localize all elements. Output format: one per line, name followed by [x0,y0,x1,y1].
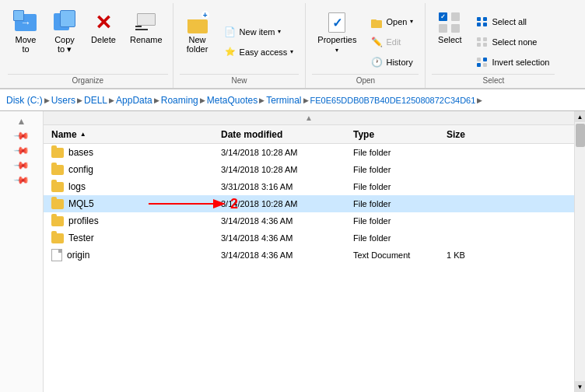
breadcrumb-disk[interactable]: Disk (C:) [6,95,43,106]
organize-group-label: Organize [8,74,168,88]
breadcrumb-sep-3: ▶ [109,96,114,104]
select-all-button[interactable]: Select all [471,12,555,31]
rename-label: Rename [130,35,163,44]
edit-icon: ✏️ [370,36,383,48]
new-folder-label: Newfolder [187,35,208,54]
history-button[interactable]: 🕐 History [365,53,419,72]
invert-selection-label: Invert selection [492,58,549,67]
breadcrumb-sep-1: ▶ [44,96,50,104]
annotation-arrow [145,197,238,211]
history-label: History [386,58,412,67]
open-label: Open [386,17,407,26]
col-name-header[interactable]: Name ▲ [44,127,215,142]
breadcrumb-roaming[interactable]: Roaming [161,95,198,106]
move-to-icon: → [13,10,38,35]
new-item-button[interactable]: 📄 New item ▾ [219,23,300,41]
breadcrumb-end-arrow: ▶ [477,96,482,104]
scroll-down-btn[interactable]: ▼ [575,381,586,392]
vertical-scrollbar[interactable]: ▲ ▼ [574,111,585,392]
edit-label: Edit [386,37,401,47]
table-row[interactable]: profiles 3/14/2018 4:36 AM File folder [44,212,574,229]
breadcrumb-dell[interactable]: DELL [84,95,107,106]
delete-label: Delete [91,35,116,44]
move-to-label: Move to [16,35,37,54]
select-button[interactable]: ✓ Select [432,6,468,48]
breadcrumb-hash[interactable]: FE0E65DDB0B7B40DE125080872C34D61 [310,96,476,105]
new-item-label: New item [240,27,275,37]
rename-icon [134,10,159,35]
easy-access-label: Easy access [240,47,288,57]
easy-access-dropdown: ▾ [290,48,293,55]
select-label: Select [438,35,462,44]
breadcrumb-metaquotes[interactable]: MetaQuotes [207,95,257,106]
easy-access-icon: ⭐ [224,46,236,58]
table-row-selected[interactable]: MQL5 2 3/14/2018 10:28 AM File folder [44,195,574,212]
invert-selection-button[interactable]: Invert selection [471,53,555,72]
folder-icon [51,199,64,209]
edit-button[interactable]: ✏️ Edit [365,33,419,51]
properties-label: Properties▾ [317,35,356,54]
table-row[interactable]: logs 3/31/2018 3:16 AM File folder [44,178,574,195]
ribbon-group-open: ✓ Properties▾ Open ▾ ✏️ Edit [306,3,426,88]
breadcrumb-sep-4: ▶ [154,96,159,104]
new-item-icon: 📄 [224,26,236,38]
copy-to-icon [52,10,77,35]
breadcrumb-sep-6: ▶ [259,96,264,104]
file-area-wrapper: ▲ Name ▲ Date modified Type Size bases 3… [44,111,574,392]
breadcrumb-appdata[interactable]: AppData [116,95,152,106]
history-icon: 🕐 [370,56,383,68]
col-date-header[interactable]: Date modified [215,127,347,142]
breadcrumb-sep-7: ▶ [303,96,309,104]
table-row[interactable]: origin 3/14/2018 4:36 AM Text Document 1… [44,247,574,264]
folder-icon [51,182,64,192]
breadcrumb-terminal[interactable]: Terminal [266,95,301,106]
ribbon-group-new: + Newfolder 📄 New item ▾ ⭐ Easy access ▾… [173,3,307,88]
rename-button[interactable]: Rename [124,6,168,48]
ribbon-group-select: ✓ Select [426,3,561,88]
open-button[interactable]: Open ▾ [365,12,419,31]
table-row[interactable]: Tester 3/14/2018 4:36 AM File folder [44,229,574,247]
breadcrumb-sep-5: ▶ [200,96,205,104]
move-to-button[interactable]: → Move to [8,6,44,58]
open-icon [370,16,383,28]
select-none-icon [476,36,489,48]
select-all-icon [476,16,489,28]
copy-to-label: Copy to ▾ [54,35,75,54]
sort-indicator: ▲ [44,111,574,125]
breadcrumb-sep-2: ▶ [77,96,82,104]
sidebar: ▲ 📌 📌 📌 📌 [0,111,44,392]
easy-access-button[interactable]: ⭐ Easy access ▾ [219,43,300,61]
breadcrumb-users[interactable]: Users [51,95,75,106]
copy-to-button[interactable]: Copy to ▾ [47,6,82,58]
file-rows-container: bases 3/14/2018 10:28 AM File folder con… [44,144,574,264]
folder-icon [51,148,64,158]
sidebar-pin-4[interactable]: 📌 [13,172,30,189]
scroll-up-btn[interactable]: ▲ [575,111,586,122]
new-folder-button[interactable]: + Newfolder [180,6,215,58]
select-all-label: Select all [492,17,527,26]
col-size-header[interactable]: Size [440,127,503,142]
properties-button[interactable]: ✓ Properties▾ [312,6,362,58]
col-type-header[interactable]: Type [347,127,440,142]
properties-icon: ✓ [324,10,349,35]
document-icon [51,249,62,261]
invert-selection-icon [476,56,489,68]
annotation-number: 2 [230,196,238,212]
table-row[interactable]: bases 3/14/2018 10:28 AM File folder [44,144,574,161]
main-content: ▲ 📌 📌 📌 📌 ▲ Name ▲ Date modified Type Si… [0,111,585,392]
sidebar-scroll-up[interactable]: ▲ [17,116,26,127]
folder-icon [51,216,64,226]
delete-icon: ✕ [91,10,116,35]
ribbon-group-organize: → Move to Copy to ▾ ✕ Delete [3,3,173,88]
select-none-label: Select none [492,37,537,47]
ribbon: → Move to Copy to ▾ ✕ Delete [0,0,585,89]
table-row[interactable]: config 3/14/2018 10:28 AM File folder [44,161,574,178]
open-group-label: Open [312,74,419,88]
select-group-label: Select [432,74,555,88]
folder-icon [51,233,64,243]
new-group-label: New [180,74,300,88]
select-none-button[interactable]: Select none [471,33,555,51]
scroll-thumb[interactable] [576,124,585,147]
delete-button[interactable]: ✕ Delete [86,6,121,48]
new-item-dropdown: ▾ [278,28,281,35]
